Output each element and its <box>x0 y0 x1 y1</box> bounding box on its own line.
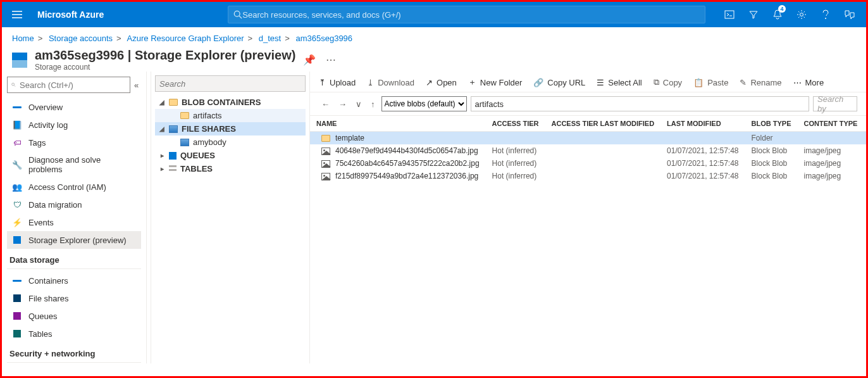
nav-item-containers[interactable]: Containers <box>7 272 141 289</box>
table-row[interactable]: 40648e79ef9d4944b430f4d5c06547ab.jpgHot … <box>310 144 866 157</box>
azure-topbar: Microsoft Azure 4 <box>2 2 866 27</box>
nav-down-icon[interactable]: ∨ <box>353 99 364 109</box>
nav-item-tags[interactable]: 🏷Tags <box>7 134 141 151</box>
nav-item-events[interactable]: ⚡Events <box>7 213 141 231</box>
list-search[interactable]: Search by <box>813 96 857 111</box>
tree-tables[interactable]: ▸TABLES <box>155 162 306 175</box>
cell-access-tier <box>486 132 545 145</box>
column-header[interactable]: CONTENT TYPE <box>797 116 864 132</box>
top-icon-bar: 4 <box>718 2 861 27</box>
resource-menu: « Overview📘Activity log🏷Tags🔧Diagnose an… <box>2 72 146 363</box>
paste-button[interactable]: 📋Paste <box>693 78 728 87</box>
cell-modified: 01/07/2021, 12:57:48 <box>660 170 745 182</box>
tree-label: artifacts <box>193 111 222 120</box>
cell-atlm <box>545 132 661 145</box>
folder-icon <box>180 112 189 119</box>
download-icon: ⤓ <box>367 78 374 87</box>
cell-name: template <box>310 132 486 145</box>
svg-line-6 <box>14 85 15 87</box>
pin-icon[interactable]: 📌 <box>303 54 316 66</box>
help-icon[interactable] <box>814 2 837 27</box>
tree-file-shares[interactable]: ◢FILE SHARES <box>155 122 306 135</box>
feedback-icon[interactable] <box>838 2 861 27</box>
fileshare-icon <box>180 139 189 146</box>
cell-content-type <box>797 132 864 145</box>
splitter[interactable] <box>146 72 151 363</box>
column-header[interactable]: ACCESS TIER LAST MODIFIED <box>545 116 661 132</box>
nav-label: Storage Explorer (preview) <box>28 236 127 245</box>
column-header[interactable]: LAST MODIFIED <box>660 116 745 132</box>
nav-item-data-migration[interactable]: 🛡Data migration <box>7 196 141 213</box>
cloud-shell-icon[interactable] <box>718 2 741 27</box>
nav-item-tables[interactable]: Tables <box>7 325 141 343</box>
notifications-icon[interactable]: 4 <box>766 2 789 27</box>
nav-back-icon[interactable]: ← <box>319 99 332 109</box>
directory-filter-icon[interactable] <box>742 2 765 27</box>
upload-button[interactable]: ⤒Upload <box>319 78 356 87</box>
section-data-storage: Data storage <box>7 249 141 269</box>
hamburger-menu[interactable] <box>7 2 27 27</box>
tree-label: amybody <box>193 137 226 147</box>
notification-badge: 4 <box>778 5 786 13</box>
page-title: am365seg3996 | Storage Explorer (preview… <box>35 48 295 63</box>
tree-label: FILE SHARES <box>182 124 236 134</box>
breadcrumb-link[interactable]: Home <box>12 34 34 43</box>
table-row[interactable]: templateFolder <box>310 132 866 145</box>
copy-url-button[interactable]: 🔗Copy URL <box>533 78 585 87</box>
storage-account-icon <box>12 53 27 68</box>
breadcrumb-link[interactable]: d_test <box>259 34 281 43</box>
open-icon: ↗ <box>426 78 433 87</box>
table-row[interactable]: 75c4260ab4c6457a943575f222ca20b2.jpgHot … <box>310 157 866 170</box>
open-button[interactable]: ↗Open <box>426 78 457 87</box>
nav-item-access-control-iam-[interactable]: 👥Access Control (IAM) <box>7 178 141 196</box>
column-header[interactable]: BLOB TYPE <box>745 116 798 132</box>
column-header[interactable]: ACCESS TIER <box>486 116 545 132</box>
view-filter-select[interactable]: Active blobs (default) <box>381 96 467 111</box>
nav-label: Access Control (IAM) <box>28 182 106 192</box>
search-icon <box>233 10 242 19</box>
nav-item-overview[interactable]: Overview <box>7 98 141 116</box>
menu-search-input[interactable] <box>20 80 126 90</box>
rename-button[interactable]: ✎Rename <box>740 78 781 87</box>
more-button[interactable]: ⋯More <box>793 78 824 87</box>
cell-modified: 01/07/2021, 12:57:48 <box>660 144 745 157</box>
new-folder-button[interactable]: ＋New Folder <box>468 77 522 88</box>
breadcrumb-link[interactable]: am365seg3996 <box>295 34 352 43</box>
global-search-input[interactable] <box>242 10 700 20</box>
copy-button[interactable]: ⧉Copy <box>654 77 682 87</box>
nav-item-diagnose-and-solve-problems[interactable]: 🔧Diagnose and solve problems <box>7 151 141 178</box>
breadcrumb-link[interactable]: Storage accounts <box>49 34 113 43</box>
global-search[interactable] <box>228 6 705 23</box>
cell-size: 335.4 KB <box>864 157 866 170</box>
tree-blob-containers[interactable]: ◢BLOB CONTAINERS <box>155 96 306 109</box>
settings-icon[interactable] <box>790 2 813 27</box>
column-header[interactable]: NAME <box>310 116 486 132</box>
content-toolbar: ⤒Upload ⤓Download ↗Open ＋New Folder 🔗Cop… <box>310 72 866 92</box>
cell-access-tier: Hot (inferred) <box>486 144 545 157</box>
image-file-icon <box>321 148 330 155</box>
nav-item-storage-explorer-preview-[interactable]: Storage Explorer (preview) <box>7 231 141 249</box>
nav-item-file-shares[interactable]: File shares <box>7 289 141 307</box>
tree-panel: ◢BLOB CONTAINERS artifacts ◢FILE SHARES … <box>151 72 309 363</box>
tree-item-amybody[interactable]: amybody <box>155 135 306 149</box>
tree-item-artifacts[interactable]: artifacts <box>155 109 306 122</box>
table-row[interactable]: f215df89975449a9bd72a4e112372036.jpgHot … <box>310 170 866 182</box>
nav-up-icon[interactable]: ↑ <box>368 99 378 109</box>
menu-search[interactable] <box>7 77 130 93</box>
nav-item-queues[interactable]: Queues <box>7 307 141 325</box>
more-icon[interactable]: ⋯ <box>326 54 336 66</box>
breadcrumb-link[interactable]: Azure Resource Graph Explorer <box>127 34 244 43</box>
select-all-button[interactable]: ☰Select All <box>597 78 642 87</box>
svg-point-3 <box>800 13 803 16</box>
tree-search[interactable] <box>155 75 306 92</box>
collapse-menu-icon[interactable]: « <box>134 80 139 90</box>
path-input[interactable]: artifacts <box>471 96 810 111</box>
nav-label: Diagnose and solve problems <box>28 155 136 174</box>
nav-item-activity-log[interactable]: 📘Activity log <box>7 116 141 134</box>
tree-queues[interactable]: ▸QUEUES <box>155 149 306 162</box>
column-header[interactable]: SIZE <box>864 116 866 132</box>
cell-atlm <box>545 144 661 157</box>
tree-search-input[interactable] <box>159 79 301 89</box>
nav-forward-icon[interactable]: → <box>336 99 349 109</box>
download-button[interactable]: ⤓Download <box>367 78 414 87</box>
